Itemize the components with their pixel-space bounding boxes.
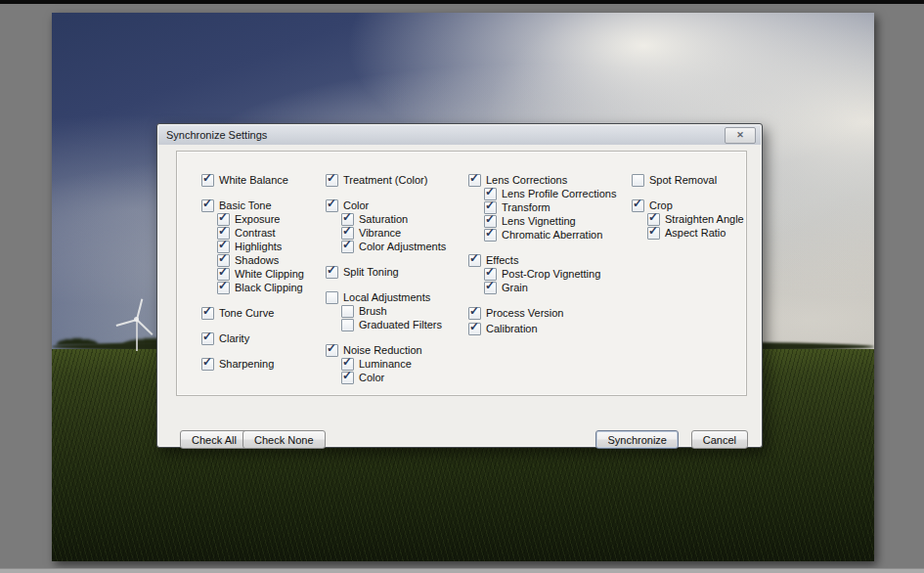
checkbox-checked[interactable]: ✓ <box>468 307 481 320</box>
checkbox-checked[interactable]: ✓ <box>341 241 354 253</box>
checkmark-icon: ✓ <box>202 331 212 342</box>
checkbox-label[interactable]: Highlights <box>235 241 282 252</box>
checkbox-checked[interactable]: ✓ <box>201 174 214 187</box>
checkbox-checked[interactable]: ✓ <box>468 323 481 335</box>
checkbox-checked[interactable]: ✓ <box>326 174 338 187</box>
checkbox-item[interactable]: ✓Exposure <box>217 212 304 226</box>
checkbox-item[interactable]: ✓Highlights <box>217 240 304 253</box>
checkbox-item[interactable]: ✓White Clipping <box>217 267 304 281</box>
checkbox-label[interactable]: Spot Removal <box>649 174 717 186</box>
checkbox-item[interactable]: ✓Color Adjustments <box>341 240 446 253</box>
checkbox-item[interactable]: ✓Straighten Angle <box>647 212 744 226</box>
checkbox-unchecked[interactable] <box>326 291 338 304</box>
checkbox-checked[interactable]: ✓ <box>647 227 660 240</box>
checkbox-item[interactable]: ✓Treatment (Color) <box>326 173 446 187</box>
checkbox-checked[interactable]: ✓ <box>326 199 338 212</box>
checkbox-checked[interactable]: ✓ <box>201 199 214 212</box>
checkbox-item[interactable]: ✓Clarity <box>201 331 304 345</box>
checkbox-label[interactable]: Color Adjustments <box>359 241 446 252</box>
checkbox-label[interactable]: Local Adjustments <box>343 291 430 303</box>
checkbox-checked[interactable]: ✓ <box>201 307 214 320</box>
checkbox-label[interactable]: Straighten Angle <box>665 213 744 225</box>
checkbox-checked[interactable]: ✓ <box>632 199 644 212</box>
checkbox-label[interactable]: Lens Profile Corrections <box>502 188 616 199</box>
checkbox-item[interactable]: ✓Post-Crop Vignetting <box>484 267 616 281</box>
checkbox-item[interactable]: ✓Tone Curve <box>201 306 304 320</box>
checkbox-label[interactable]: White Balance <box>219 174 288 186</box>
checkbox-label[interactable]: Process Version <box>486 307 563 319</box>
checkbox-item[interactable]: ✓Luminance <box>341 357 446 371</box>
checkbox-label[interactable]: Lens Corrections <box>486 174 567 186</box>
cancel-button[interactable]: Cancel <box>691 430 748 449</box>
checkbox-label[interactable]: Tone Curve <box>219 307 274 319</box>
close-button[interactable]: ✕ <box>725 127 756 144</box>
checkbox-item[interactable]: ✓Saturation <box>341 212 446 226</box>
checkbox-checked[interactable]: ✓ <box>217 282 230 294</box>
setting-group: ✓White Balance <box>201 173 304 187</box>
checkbox-checked[interactable]: ✓ <box>468 254 481 267</box>
checkbox-label[interactable]: Split Toning <box>343 266 399 278</box>
checkbox-label[interactable]: Brush <box>359 305 387 317</box>
checkbox-label[interactable]: Treatment (Color) <box>343 174 427 186</box>
checkbox-checked[interactable]: ✓ <box>468 174 481 187</box>
check-none-button[interactable]: Check None <box>242 430 326 449</box>
checkmark-icon: ✓ <box>469 321 479 332</box>
checkbox-item[interactable]: ✓Color <box>341 371 446 384</box>
checkbox-label[interactable]: Sharpening <box>219 358 274 370</box>
checkbox-label[interactable]: Calibration <box>486 323 538 334</box>
setting-group: ✓Split Toning <box>326 265 446 279</box>
checkbox-item[interactable]: ✓Basic Tone <box>201 198 304 212</box>
checkbox-label[interactable]: Transform <box>502 201 550 213</box>
synchronize-button[interactable]: Synchronize <box>595 430 679 449</box>
checkbox-item[interactable]: ✓Shadows <box>217 253 304 267</box>
checkbox-label[interactable]: Post-Crop Vignetting <box>502 268 600 280</box>
dialog-titlebar[interactable]: Synchronize Settings ✕ <box>158 125 761 146</box>
checkbox-unchecked[interactable] <box>341 319 354 331</box>
checkbox-checked[interactable]: ✓ <box>484 229 497 242</box>
checkbox-checked[interactable]: ✓ <box>201 332 214 345</box>
checkbox-item[interactable]: ✓Process Version <box>468 306 616 320</box>
checkbox-item[interactable]: ✓Split Toning <box>326 265 446 279</box>
checkbox-item[interactable]: ✓Chromatic Aberration <box>484 228 616 242</box>
checkbox-label[interactable]: Clarity <box>219 332 249 344</box>
checkbox-unchecked[interactable] <box>632 174 644 187</box>
check-all-button[interactable]: Check All <box>180 430 248 449</box>
checkbox-item[interactable]: ✓Aspect Ratio <box>647 226 744 240</box>
checkbox-checked[interactable]: ✓ <box>201 358 214 371</box>
checkbox-label[interactable]: White Clipping <box>235 268 304 280</box>
checkbox-label[interactable]: Noise Reduction <box>343 344 422 356</box>
checkbox-item[interactable]: ✓Grain <box>484 281 616 294</box>
settings-column-3: ✓Lens Corrections✓Lens Profile Correctio… <box>468 173 616 335</box>
checkbox-label[interactable]: Luminance <box>359 358 412 370</box>
checkbox-item[interactable]: Local Adjustments <box>326 290 446 304</box>
checkbox-item[interactable]: ✓Contrast <box>217 226 304 240</box>
checkbox-label[interactable]: Aspect Ratio <box>665 227 726 239</box>
checkbox-item[interactable]: Spot Removal <box>632 173 744 187</box>
checkbox-item[interactable]: ✓Black Clipping <box>217 281 304 294</box>
checkbox-label[interactable]: Chromatic Aberration <box>502 229 602 241</box>
checkbox-checked[interactable]: ✓ <box>326 266 338 279</box>
checkbox-unchecked[interactable] <box>341 305 354 318</box>
checkbox-label[interactable]: Exposure <box>235 213 280 225</box>
checkbox-label[interactable]: Vibrance <box>359 227 401 239</box>
checkbox-checked[interactable]: ✓ <box>341 372 354 384</box>
checkbox-label[interactable]: Lens Vignetting <box>502 215 576 227</box>
checkbox-checked[interactable]: ✓ <box>326 344 338 357</box>
checkbox-item[interactable]: ✓Transform <box>484 200 616 214</box>
checkbox-label[interactable]: Grain <box>502 282 528 293</box>
checkbox-item[interactable]: ✓Vibrance <box>341 226 446 240</box>
checkbox-item[interactable]: ✓White Balance <box>201 173 304 187</box>
checkbox-label[interactable]: Black Clipping <box>235 282 303 293</box>
checkbox-checked[interactable]: ✓ <box>484 282 497 294</box>
checkbox-item[interactable]: ✓Lens Vignetting <box>484 214 616 228</box>
checkbox-label[interactable]: Shadows <box>235 254 279 266</box>
checkbox-label[interactable]: Saturation <box>359 213 408 225</box>
checkbox-item[interactable]: Graduated Filters <box>341 318 446 331</box>
checkbox-item[interactable]: ✓Lens Profile Corrections <box>484 187 616 200</box>
checkbox-item[interactable]: ✓Calibration <box>468 322 616 335</box>
checkbox-item[interactable]: ✓Sharpening <box>201 357 304 371</box>
checkbox-label[interactable]: Contrast <box>235 227 276 239</box>
checkbox-label[interactable]: Graduated Filters <box>359 319 442 331</box>
checkbox-item[interactable]: Brush <box>341 304 446 318</box>
checkbox-label[interactable]: Color <box>359 372 384 383</box>
